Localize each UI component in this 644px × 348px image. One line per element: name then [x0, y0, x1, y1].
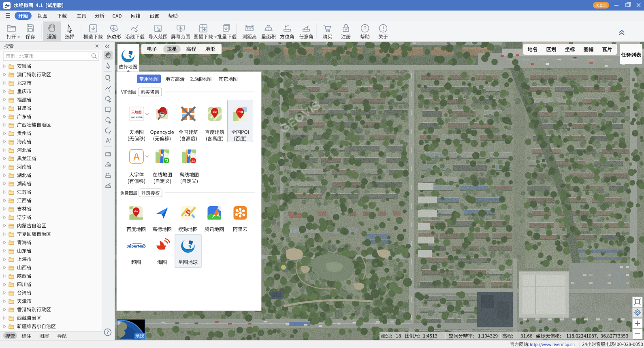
svg-text:du: du — [134, 210, 138, 213]
svg-text:du: du — [213, 110, 217, 113]
svg-text:?: ? — [364, 26, 367, 31]
svg-text:S: S — [185, 208, 190, 218]
svg-text:POI: POI — [238, 110, 243, 114]
svg-text:?: ? — [268, 24, 269, 27]
svg-text:23: 23 — [192, 159, 195, 162]
